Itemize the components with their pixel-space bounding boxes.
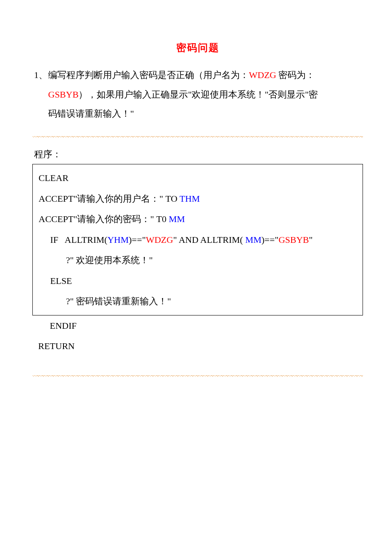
code-line: ?" 欢迎使用本系统！"	[33, 250, 363, 271]
text: ），如果用户输入正确显示"欢迎使用本系统！"否则显示"密	[78, 89, 318, 100]
code-line: ACCEPT"请输入你的密码：" T0 MM	[33, 209, 363, 230]
code-text: "	[309, 235, 313, 245]
code-text: )=="	[261, 235, 278, 245]
code-text: CLEAR	[39, 173, 68, 183]
program-label: 程序：	[34, 145, 363, 164]
code-line: CLEAR	[33, 168, 363, 188]
code-text: ELSE	[50, 276, 72, 286]
code-text: ?" 密码错误请重新输入！"	[66, 296, 171, 306]
wave-divider: ﹏﹏﹏﹏﹏﹏﹏﹏﹏﹏﹏﹏﹏﹏﹏﹏﹏﹏﹏﹏﹏﹏﹏﹏﹏﹏﹏﹏﹏﹏﹏﹏﹏﹏﹏﹏﹏﹏﹏﹏…	[32, 128, 363, 141]
variable: MM	[169, 214, 185, 224]
problem-statement: 1、编写程序判断用户输入密码是否正确（用户名为：WDZG 密码为： GSBYB）…	[34, 66, 361, 123]
document-title: 密码问题	[32, 37, 363, 58]
document-page: 密码问题 1、编写程序判断用户输入密码是否正确（用户名为：WDZG 密码为： G…	[0, 0, 392, 409]
variable: THM	[180, 193, 200, 204]
problem-line-2: GSBYB），如果用户输入正确显示"欢迎使用本系统！"否则显示"密	[34, 85, 361, 104]
code-line: IF ALLTRIM(YHM)=="WDZG" AND ALLTRIM( MM)…	[33, 230, 363, 250]
code-line: ACCEPT"请输入你的用户名：" TO THM	[33, 188, 363, 209]
variable: YHM	[107, 235, 129, 245]
code-line: RETURN	[32, 336, 363, 357]
literal: GSBYB	[278, 235, 309, 245]
code-text: ACCEPT"请输入你的用户名：" TO	[39, 193, 180, 204]
code-text: )=="	[129, 235, 146, 245]
text: 编写程序判断用户输入密码是否正确（用户名为：	[48, 70, 249, 80]
code-line: ENDIF	[32, 315, 363, 336]
code-text: " AND ALLTRIM(	[173, 235, 245, 245]
code-box: CLEAR ACCEPT"请输入你的用户名：" TO THM ACCEPT"请输…	[32, 164, 363, 315]
code-text: RETURN	[38, 341, 75, 351]
code-text: ?" 欢迎使用本系统！"	[66, 255, 153, 265]
problem-line-3: 码错误请重新输入！"	[34, 104, 361, 123]
wave-divider: ﹏﹏﹏﹏﹏﹏﹏﹏﹏﹏﹏﹏﹏﹏﹏﹏﹏﹏﹏﹏﹏﹏﹏﹏﹏﹏﹏﹏﹏﹏﹏﹏﹏﹏﹏﹏﹏﹏﹏﹏…	[32, 367, 363, 380]
problem-number: 1、	[34, 66, 48, 85]
text: 密码为：	[276, 70, 315, 80]
text: 码错误请重新输入！"	[48, 108, 134, 119]
code-text: IF ALLTRIM(	[50, 235, 107, 245]
code-line: ELSE	[33, 271, 363, 291]
password-value: GSBYB	[48, 89, 78, 100]
problem-line-1: 1、编写程序判断用户输入密码是否正确（用户名为：WDZG 密码为：	[34, 66, 361, 85]
username-value: WDZG	[249, 70, 276, 80]
variable: MM	[245, 235, 261, 245]
code-text: ENDIF	[50, 320, 77, 331]
code-text: ACCEPT"请输入你的密码：" T0	[39, 214, 169, 224]
literal: WDZG	[146, 235, 173, 245]
code-line: ?" 密码错误请重新输入！"	[33, 291, 363, 312]
